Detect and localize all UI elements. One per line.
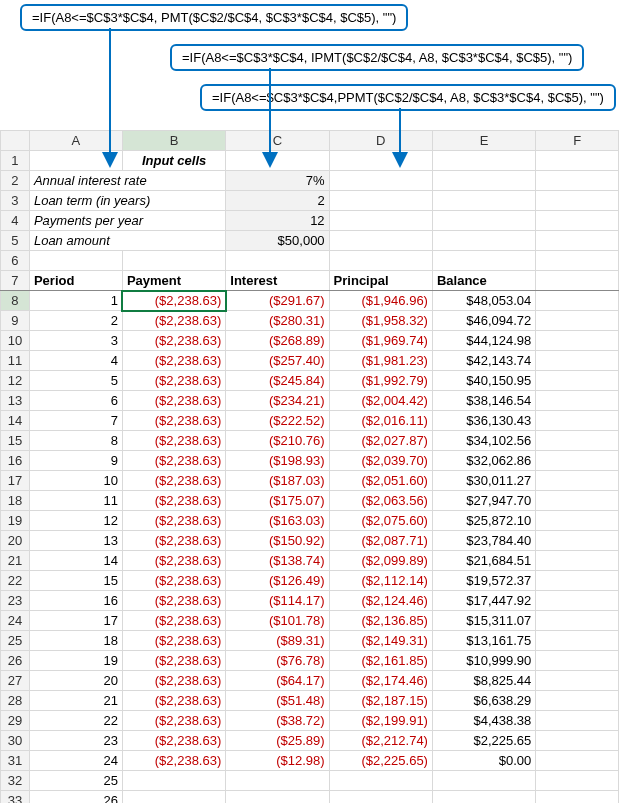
cell-principal[interactable]: ($2,004.42) xyxy=(329,391,432,411)
row-header[interactable]: 11 xyxy=(1,351,30,371)
cell[interactable] xyxy=(432,251,535,271)
row-header[interactable]: 17 xyxy=(1,471,30,491)
cell-balance[interactable]: $19,572.37 xyxy=(432,571,535,591)
row-header[interactable]: 9 xyxy=(1,311,30,331)
cell[interactable] xyxy=(536,231,619,251)
cell-period[interactable]: 11 xyxy=(29,491,122,511)
cell[interactable] xyxy=(536,591,619,611)
cell-interest[interactable]: ($198.93) xyxy=(226,451,329,471)
cell[interactable] xyxy=(329,171,432,191)
cell[interactable] xyxy=(536,791,619,804)
cell-balance[interactable]: $23,784.40 xyxy=(432,531,535,551)
cell-balance[interactable]: $27,947.70 xyxy=(432,491,535,511)
cell-principal[interactable]: ($2,174.46) xyxy=(329,671,432,691)
value-annual-rate[interactable]: 7% xyxy=(226,171,329,191)
cell-interest[interactable]: ($38.72) xyxy=(226,711,329,731)
cell[interactable] xyxy=(536,331,619,351)
cell-period[interactable]: 1 xyxy=(29,291,122,311)
cell[interactable] xyxy=(536,711,619,731)
cell-period[interactable]: 6 xyxy=(29,391,122,411)
cell-balance[interactable]: $21,684.51 xyxy=(432,551,535,571)
header-payment[interactable]: Payment xyxy=(122,271,225,291)
row-header[interactable]: 19 xyxy=(1,511,30,531)
cell-period[interactable]: 9 xyxy=(29,451,122,471)
cell-interest[interactable]: ($187.03) xyxy=(226,471,329,491)
cell-interest[interactable]: ($175.07) xyxy=(226,491,329,511)
cell-balance[interactable] xyxy=(432,791,535,804)
cell-interest[interactable]: ($234.21) xyxy=(226,391,329,411)
col-header-A[interactable]: A xyxy=(29,131,122,151)
cell-principal[interactable]: ($2,112.14) xyxy=(329,571,432,591)
row-header[interactable]: 23 xyxy=(1,591,30,611)
cell-payment[interactable] xyxy=(122,771,225,791)
cell-payment[interactable]: ($2,238.63) xyxy=(122,571,225,591)
cell-interest[interactable]: ($126.49) xyxy=(226,571,329,591)
cell[interactable] xyxy=(536,271,619,291)
cell[interactable] xyxy=(29,251,122,271)
cell-interest[interactable]: ($150.92) xyxy=(226,531,329,551)
cell-principal[interactable]: ($2,136.85) xyxy=(329,611,432,631)
row-header[interactable]: 7 xyxy=(1,271,30,291)
row-header[interactable]: 30 xyxy=(1,731,30,751)
row-header[interactable]: 12 xyxy=(1,371,30,391)
row-header[interactable]: 6 xyxy=(1,251,30,271)
cell-payment[interactable]: ($2,238.63) xyxy=(122,531,225,551)
row-header[interactable]: 2 xyxy=(1,171,30,191)
value-payments-per-year[interactable]: 12 xyxy=(226,211,329,231)
row-header[interactable]: 26 xyxy=(1,651,30,671)
cell[interactable] xyxy=(536,731,619,751)
cell[interactable] xyxy=(536,171,619,191)
label-annual-rate[interactable]: Annual interest rate xyxy=(29,171,225,191)
row-header[interactable]: 31 xyxy=(1,751,30,771)
row-header[interactable]: 18 xyxy=(1,491,30,511)
cell-principal[interactable]: ($2,039.70) xyxy=(329,451,432,471)
cell[interactable] xyxy=(536,531,619,551)
row-header[interactable]: 22 xyxy=(1,571,30,591)
cell-payment[interactable]: ($2,238.63) xyxy=(122,631,225,651)
cell-interest[interactable]: ($89.31) xyxy=(226,631,329,651)
cell[interactable] xyxy=(536,671,619,691)
col-header-D[interactable]: D xyxy=(329,131,432,151)
row-header[interactable]: 21 xyxy=(1,551,30,571)
cell-period[interactable]: 15 xyxy=(29,571,122,591)
row-header[interactable]: 33 xyxy=(1,791,30,804)
cell-payment[interactable]: ($2,238.63) xyxy=(122,651,225,671)
cell-balance[interactable]: $36,130.43 xyxy=(432,411,535,431)
cell[interactable] xyxy=(536,431,619,451)
cell-interest[interactable]: ($280.31) xyxy=(226,311,329,331)
cell-principal[interactable]: ($1,946.96) xyxy=(329,291,432,311)
cell-interest[interactable] xyxy=(226,791,329,804)
cell[interactable] xyxy=(432,151,535,171)
cell-balance[interactable]: $42,143.74 xyxy=(432,351,535,371)
row-header[interactable]: 27 xyxy=(1,671,30,691)
cell[interactable] xyxy=(536,631,619,651)
cell-period[interactable]: 13 xyxy=(29,531,122,551)
cell[interactable] xyxy=(432,171,535,191)
cell-payment[interactable]: ($2,238.63) xyxy=(122,411,225,431)
cell[interactable] xyxy=(329,191,432,211)
cell-balance[interactable]: $34,102.56 xyxy=(432,431,535,451)
cell-payment[interactable]: ($2,238.63) xyxy=(122,731,225,751)
cell[interactable] xyxy=(536,251,619,271)
cell[interactable] xyxy=(226,151,329,171)
cell-interest[interactable]: ($291.67) xyxy=(226,291,329,311)
cell-period[interactable]: 21 xyxy=(29,691,122,711)
cell-payment[interactable]: ($2,238.63) xyxy=(122,551,225,571)
cell[interactable] xyxy=(432,231,535,251)
row-header[interactable]: 10 xyxy=(1,331,30,351)
row-header[interactable]: 29 xyxy=(1,711,30,731)
cell-balance[interactable]: $8,825.44 xyxy=(432,671,535,691)
cell[interactable] xyxy=(536,571,619,591)
input-cells-header[interactable]: Input cells xyxy=(122,151,225,171)
cell-payment[interactable]: ($2,238.63) xyxy=(122,691,225,711)
col-header-E[interactable]: E xyxy=(432,131,535,151)
cell-principal[interactable]: ($2,124.46) xyxy=(329,591,432,611)
cell-payment[interactable]: ($2,238.63) xyxy=(122,511,225,531)
cell-period[interactable]: 4 xyxy=(29,351,122,371)
col-header-C[interactable]: C xyxy=(226,131,329,151)
row-header[interactable]: 4 xyxy=(1,211,30,231)
cell-principal[interactable]: ($2,225.65) xyxy=(329,751,432,771)
cell-period[interactable]: 3 xyxy=(29,331,122,351)
cell-principal[interactable]: ($2,149.31) xyxy=(329,631,432,651)
cell[interactable] xyxy=(329,251,432,271)
